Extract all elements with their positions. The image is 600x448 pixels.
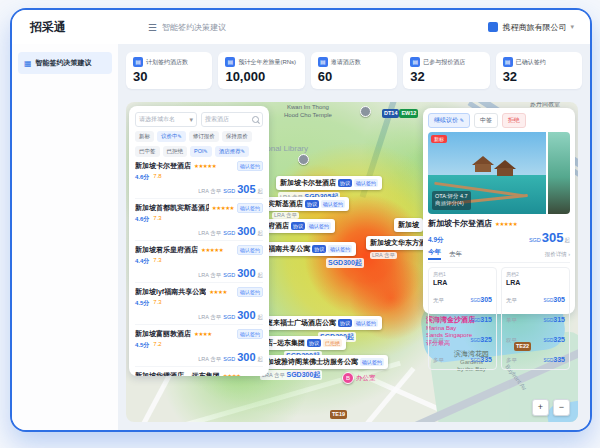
company-logo-icon: [488, 22, 498, 32]
filter-new[interactable]: 新标: [135, 131, 154, 142]
tab-this-year[interactable]: 今年: [428, 248, 441, 260]
bubble-price-note: SGD300起: [326, 258, 364, 268]
library-poi-icon[interactable]: [298, 154, 309, 165]
filter-recommend[interactable]: 酒店推荐✎: [215, 146, 249, 157]
confirm-stat-icon: ▤: [503, 57, 513, 67]
top-bar: 招采通 ☰ 智能签约决策建议 携程商旅有限公司 ▾: [12, 10, 590, 44]
quote-stat-icon: ▤: [410, 57, 420, 67]
hotel-photo-thumb: [548, 132, 570, 214]
stat-card-roomnights: ▤预计全年差旅量(RNs) 10,000: [218, 52, 304, 89]
photo-hut: [475, 164, 491, 172]
map-label-temple: Kwan Im ThongHood Cho Temple: [284, 104, 332, 119]
star-rating: ★★★★: [209, 289, 227, 295]
city-select[interactable]: 请选择城市名▾: [135, 112, 197, 127]
map-hotel-bubble[interactable]: 新加坡雅诗阁莱佛士坊服务公寓确认签约: [256, 355, 388, 369]
temple-poi-icon[interactable]: [360, 106, 371, 117]
status-badge: 确认签约: [237, 161, 263, 171]
filter-negotiating[interactable]: 议价中✎: [157, 131, 186, 142]
star-rating: ★★★★: [223, 373, 241, 376]
calendar-stat-icon: ▤: [225, 57, 235, 67]
edit-icon: ✎: [460, 117, 464, 123]
filter-row-1: 新标 议价中✎ 修订报价 保持原价: [135, 131, 263, 142]
invite-stat-icon: ▤: [318, 57, 328, 67]
star-rating: ★★★★★: [201, 247, 223, 253]
account-menu[interactable]: 携程商旅有限公司 ▾: [488, 22, 574, 33]
stat-value: 10,000: [225, 69, 297, 84]
hotel-photo[interactable]: 新标 OTA:评分 4.7 商旅评分(4): [428, 132, 570, 214]
stat-card-confirmed: ▤已确认签约 32: [496, 52, 582, 89]
stat-value: 60: [318, 69, 390, 84]
detail-price: SGD305起: [529, 230, 570, 245]
bubble-price-note: LRA 含早: [370, 252, 397, 259]
search-icon: [252, 116, 259, 123]
map-label-office: 办公室: [356, 374, 376, 382]
breadcrumb: 智能签约决策建议: [162, 22, 226, 33]
tab-last-year[interactable]: 去年: [449, 250, 462, 259]
main-content: ▤计划签约酒店数 30 ▤预计全年差旅量(RNs) 10,000 ▤邀请酒店数 …: [118, 44, 590, 430]
chevron-down-icon: ▾: [570, 23, 574, 31]
hotel-list-item[interactable]: 新加坡君乐皇府酒店★★★★★确认签约 4.4分7.3 LRA 含早SGD300起: [135, 241, 263, 283]
win-button[interactable]: 中签: [474, 113, 498, 128]
edit-icon: ✎: [241, 148, 245, 154]
chevron-down-icon: ▾: [189, 116, 193, 124]
reject-button[interactable]: 拒绝: [502, 113, 526, 128]
edit-icon: ✎: [203, 148, 207, 154]
star-rating: ★★★★★: [495, 221, 517, 227]
zoom-in-button[interactable]: +: [532, 399, 549, 416]
office-poi-icon[interactable]: B: [342, 372, 354, 384]
filter-rejected[interactable]: 已拒绝: [163, 146, 188, 157]
hotel-list-item[interactable]: 新加坡首都凯宾斯基酒店★★★★★确认签约 4.6分7.3 LRA 含早SGD30…: [135, 199, 263, 241]
status-badge: 确认签约: [237, 329, 263, 339]
chevron-right-icon: ›: [568, 251, 570, 257]
stat-card-invited: ▤邀请酒店数 60: [311, 52, 397, 89]
quote-detail-link[interactable]: 报价详情 ›: [545, 251, 570, 258]
hotel-list-item[interactable]: 新加坡富丽敦酒店★★★★确认签约 4.5分7.2 LRA 含早SGD300起: [135, 325, 263, 367]
stat-card-quoted: ▤已参与报价酒店 32: [403, 52, 489, 89]
filter-keep-price[interactable]: 保持原价: [222, 131, 252, 142]
bubble-price-note: LRA 含早: [272, 212, 299, 219]
search-input[interactable]: 搜索酒店: [201, 112, 263, 127]
transit-badge-dt14: DT14EW12: [382, 109, 418, 118]
detail-hotel-name: 新加坡卡尔登酒店: [428, 218, 492, 229]
photo-hut: [497, 168, 513, 176]
filter-won[interactable]: 已中签: [135, 146, 160, 157]
app-window: 招采通 ☰ 智能签约决策建议 携程商旅有限公司 ▾ ▦ 智能签约决策建议 ▤计划…: [10, 8, 592, 432]
star-rating: ★★★★: [194, 331, 212, 337]
map-hotel-bubble[interactable]: 新加坡卡尔登酒店协议确认签约: [276, 176, 382, 190]
status-badge: 确认签约: [237, 287, 263, 297]
sidebar-item-smart-signing[interactable]: ▦ 智能签约决策建议: [18, 52, 112, 74]
stat-value: 30: [133, 69, 205, 84]
new-tender-badge: 新标: [431, 135, 447, 143]
map-zoom-controls: + −: [532, 399, 570, 416]
hotel-list-item[interactable]: 新加坡lyf福南共享公寓★★★★确认签约 4.5分7.3 LRA 含早SGD30…: [135, 283, 263, 325]
filter-poi[interactable]: POI✎: [190, 146, 212, 157]
status-badge: 确认签约: [237, 245, 263, 255]
stat-value: 32: [410, 69, 482, 84]
company-name: 携程商旅有限公司: [502, 22, 566, 33]
hotel-list-item[interactable]: 新加坡卡尔登酒店★★★★★确认签约 4.6分7.8 LRA 含早SGD305起: [135, 157, 263, 199]
stat-value: 32: [503, 69, 575, 84]
grid-icon: ▦: [24, 59, 32, 68]
zoom-out-button[interactable]: −: [553, 399, 570, 416]
rate-tier-1: 房档1 LRA 无早SGD305 单早SGD315 双早SGD325 多早SGD…: [428, 267, 497, 370]
app-title: 招采通: [30, 19, 148, 36]
stats-row: ▤计划签约酒店数 30 ▤预计全年差旅量(RNs) 10,000 ▤邀请酒店数 …: [126, 52, 582, 89]
edit-icon: ✎: [178, 133, 182, 139]
hotel-list-panel: 请选择城市名▾ 搜索酒店 新标 议价中✎ 修订报价 保持原价 已中签 已拒绝 P…: [129, 106, 269, 376]
map-hotel-bubble[interactable]: 新加坡: [394, 218, 423, 232]
filter-row-2: 已中签 已拒绝 POI✎ 酒店推荐✎: [135, 146, 263, 157]
hotel-detail-panel: 继续议价 ✎ 中签 拒绝 新标 OT: [423, 108, 575, 314]
transit-badge-te19: TE19: [330, 410, 347, 419]
continue-negotiate-button[interactable]: 继续议价 ✎: [428, 113, 470, 128]
filter-revised[interactable]: 修订报价: [189, 131, 219, 142]
star-rating: ★★★★★: [212, 205, 234, 211]
ota-score-overlay: OTA:评分 4.7 商旅评分(4): [432, 191, 471, 210]
hotel-stat-icon: ▤: [133, 57, 143, 67]
map-canvas[interactable]: Kwan Im ThongHood Cho Temple National Li…: [126, 102, 578, 422]
star-rating: ★★★★★: [194, 163, 216, 169]
detail-score: 4.9分: [428, 236, 444, 245]
hotel-list-item[interactable]: 新加坡华绣酒店 – 远东集团★★★★: [135, 367, 263, 376]
status-badge: 确认签约: [237, 203, 263, 213]
bubble-price-note: LRA 含早 SGD300起: [260, 370, 322, 380]
menu-icon[interactable]: ☰: [148, 22, 157, 33]
